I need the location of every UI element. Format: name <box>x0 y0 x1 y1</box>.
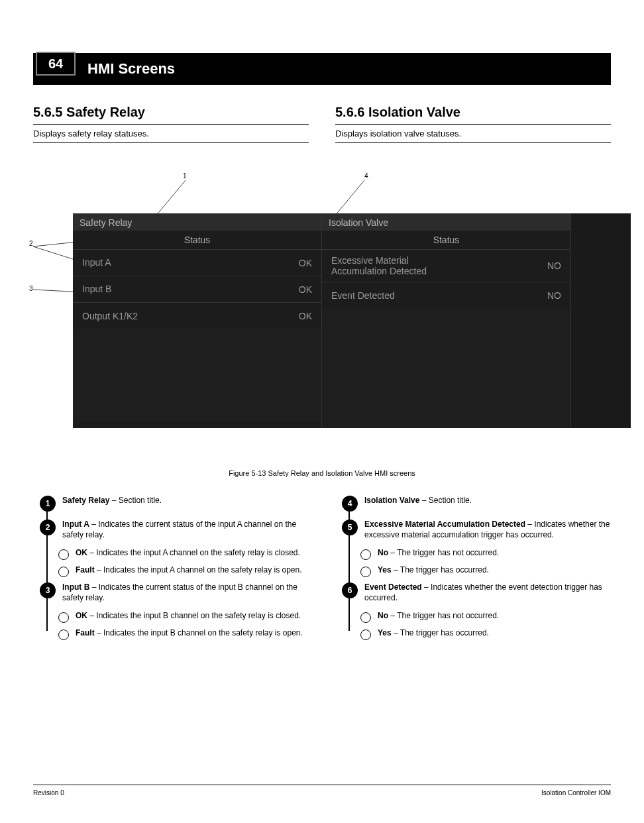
row-value: OK <box>299 311 312 321</box>
open-bullet <box>360 567 371 577</box>
hmi-safety-relay: Safety Relay Status Input A OK Input B O… <box>73 213 322 428</box>
sub-item: No – The trigger has not occurred. <box>342 611 611 623</box>
open-bullet <box>58 567 69 577</box>
section-sub-left: Displays safety relay statuses. <box>33 129 309 138</box>
callout-1: 1 <box>183 172 187 180</box>
header-title: HMI Screens <box>87 60 175 78</box>
hmi-screenshot: Safety Relay Status Input A OK Input B O… <box>73 213 631 428</box>
open-bullet <box>360 549 371 560</box>
row-label: Event Detected <box>331 290 547 301</box>
item-2: 2 Input A – Indicates the current status… <box>40 520 309 540</box>
open-bullet <box>58 612 69 623</box>
row-label: Input A <box>82 257 299 268</box>
sub-item: OK – Indicates the input B channel on th… <box>40 611 309 623</box>
sub-item: OK – Indicates the input A channel on th… <box>40 548 309 560</box>
bullet-6: 6 <box>342 582 358 598</box>
hmi-header-left: Safety Relay <box>73 213 321 231</box>
sub-item: Yes – The trigger has occurred. <box>342 628 611 640</box>
hmi-row-material-accum: Excessive Material Accumulation Detected… <box>322 250 570 282</box>
footer-left: Revision 0 <box>33 789 64 796</box>
row-label: Input B <box>82 284 299 294</box>
bullet-4: 4 <box>342 496 358 512</box>
item-4: 4 Isolation Valve – Section title. <box>342 496 611 512</box>
open-bullet <box>360 630 371 640</box>
hmi-isolation-valve: Isolation Valve Status Excessive Materia… <box>322 213 571 428</box>
callout-2: 2 <box>29 240 33 248</box>
open-bullet <box>360 612 371 623</box>
bullet-5: 5 <box>342 520 358 535</box>
left-column: 5.6.5 Safety Relay Displays safety relay… <box>33 105 309 147</box>
item-1: 1 Safety Relay – Section title. <box>40 496 309 512</box>
row-value: NO <box>547 290 561 301</box>
section-sub-right: Displays isolation valve statuses. <box>335 129 611 138</box>
footer-right: Isolation Controller IOM <box>541 789 611 796</box>
open-bullet <box>58 549 69 560</box>
bullet-3: 3 <box>40 582 56 598</box>
callout-4: 4 <box>364 172 368 180</box>
row-value: OK <box>299 258 312 268</box>
row-value: OK <box>299 284 312 295</box>
hmi-row-input-a: Input A OK <box>73 250 321 276</box>
hmi-row-input-b: Input B OK <box>73 276 321 303</box>
item-3: 3 Input B – Indicates the current status… <box>40 582 309 603</box>
section-title-left: 5.6.5 Safety Relay <box>33 105 309 120</box>
figure-zone: 1 2 3 4 5 6 Safety Relay Status Input A … <box>33 174 611 465</box>
sub-item: Fault – Indicates the input B channel on… <box>40 628 309 640</box>
bullet-2: 2 <box>40 520 56 535</box>
open-bullet <box>58 630 69 640</box>
item-6: 6 Event Detected – Indicates whether the… <box>342 582 611 603</box>
page-number: 64 <box>36 52 76 76</box>
row-label: Excessive Material Accumulation Detected <box>331 255 547 276</box>
header-bar: 64 HMI Screens <box>33 53 611 85</box>
footer: Revision 0 Isolation Controller IOM <box>33 785 611 796</box>
right-column: 5.6.6 Isolation Valve Displays isolation… <box>335 105 611 147</box>
sub-item: No – The trigger has not occurred. <box>342 548 611 560</box>
row-label: Output K1/K2 <box>82 311 299 321</box>
left-desc-list: 1 Safety Relay – Section title. 2 Input … <box>33 496 309 640</box>
sub-item: Yes – The trigger has occurred. <box>342 565 611 577</box>
sub-item: Fault – Indicates the input A channel on… <box>40 565 309 577</box>
hmi-header-right: Isolation Valve <box>322 213 570 231</box>
hmi-sub-right: Status <box>322 231 570 250</box>
section-title-right: 5.6.6 Isolation Valve <box>335 105 611 120</box>
bullet-1: 1 <box>40 496 56 512</box>
hmi-sub-left: Status <box>73 231 321 250</box>
hmi-row-output-k1k2: Output K1/K2 OK <box>73 303 321 329</box>
hmi-row-event-detected: Event Detected NO <box>322 282 570 309</box>
item-5: 5 Excessive Material Accumulation Detect… <box>342 520 611 540</box>
figure-caption: Figure 5-13 Safety Relay and Isolation V… <box>33 469 611 477</box>
callout-3: 3 <box>29 285 33 293</box>
row-value: NO <box>547 260 561 271</box>
right-desc-list: 4 Isolation Valve – Section title. 5 Exc… <box>335 496 611 640</box>
